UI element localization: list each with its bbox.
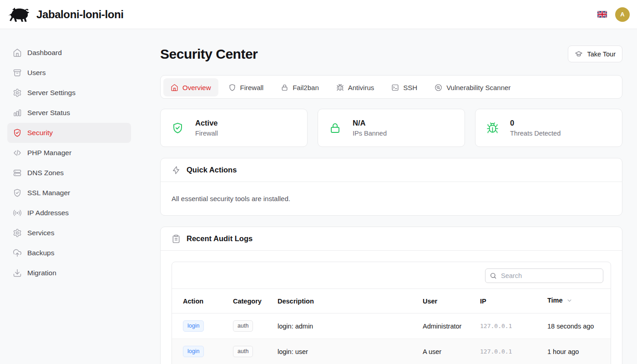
lock-icon xyxy=(329,122,341,134)
sidebar-item-label: Services xyxy=(27,229,54,237)
tab-fail2ban[interactable]: Fail2ban xyxy=(273,78,326,96)
sidebar-item-ip-addresses[interactable]: IP Addresses xyxy=(7,203,131,223)
sidebar-item-label: DNS Zones xyxy=(27,169,64,177)
terminal-icon xyxy=(391,84,399,91)
tab-label: SSH xyxy=(403,84,417,91)
take-tour-label: Take Tour xyxy=(587,51,616,58)
stat-card-threats-detected: 0Threats Detected xyxy=(475,109,622,147)
sidebar-item-services[interactable]: Services xyxy=(7,223,131,243)
gear-icon xyxy=(13,88,22,97)
search-icon xyxy=(490,272,497,279)
sidebar-item-server-status[interactable]: Server Status xyxy=(7,103,131,123)
tab-label: Antivirus xyxy=(348,84,374,91)
radio-icon xyxy=(13,208,22,217)
graduation-cap-icon xyxy=(575,50,583,58)
column-header-category[interactable]: Category xyxy=(222,289,267,313)
quick-actions-panel: Quick Actions All essential security too… xyxy=(160,158,622,216)
code-icon xyxy=(13,148,22,157)
stat-card-ips-banned: N/AIPs Banned xyxy=(318,109,465,147)
brand-name: Jabaloni-loni-loni xyxy=(36,8,123,21)
audit-table-container: ActionCategoryDescriptionUserIPTime logi… xyxy=(172,262,611,364)
sidebar-item-security[interactable]: Security xyxy=(7,123,131,143)
server-icon xyxy=(13,168,22,177)
audit-logs-title: Recent Audit Logs xyxy=(187,234,253,243)
shield-icon xyxy=(228,84,236,91)
table-row: loginauthlogin: adminAdministrator127.0.… xyxy=(172,313,611,339)
category-badge: auth xyxy=(233,346,253,357)
column-header-user[interactable]: User xyxy=(412,289,469,313)
sidebar-item-label: Backups xyxy=(27,249,54,257)
sidebar-item-backups[interactable]: Backups xyxy=(7,243,131,263)
shield-check-icon xyxy=(172,122,184,134)
tab-antivirus[interactable]: Antivirus xyxy=(329,78,382,96)
sidebar-item-migration[interactable]: Migration xyxy=(7,263,131,283)
sidebar-item-dashboard[interactable]: Dashboard xyxy=(7,43,131,63)
bar-chart-icon xyxy=(13,108,22,117)
tab-overview[interactable]: Overview xyxy=(163,78,218,96)
sidebar-item-label: Security xyxy=(27,129,53,137)
time-cell: 1 hour ago xyxy=(536,339,611,364)
stat-label: IPs Banned xyxy=(353,130,387,137)
main-content: Security Center Take Tour OverviewFirewa… xyxy=(138,29,637,364)
quick-actions-title: Quick Actions xyxy=(187,166,237,174)
description-cell: login: admin xyxy=(267,313,412,339)
sidebar-item-server-settings[interactable]: Server Settings xyxy=(7,83,131,103)
sidebar-item-php-manager[interactable]: PHP Manager xyxy=(7,143,131,163)
clipboard-icon xyxy=(172,234,181,243)
stat-label: Threats Detected xyxy=(510,130,561,137)
action-badge: login xyxy=(183,346,204,357)
user-cell: Administrator xyxy=(412,313,469,339)
shield-check-icon xyxy=(13,188,22,197)
action-badge: login xyxy=(183,320,204,332)
sidebar: DashboardUsersServer SettingsServer Stat… xyxy=(0,29,138,364)
tab-ssh[interactable]: SSH xyxy=(384,78,425,96)
sidebar-item-dns-zones[interactable]: DNS Zones xyxy=(7,163,131,183)
archive-icon xyxy=(13,68,22,77)
sidebar-item-label: PHP Manager xyxy=(27,149,71,157)
take-tour-button[interactable]: Take Tour xyxy=(568,46,622,62)
tab-firewall[interactable]: Firewall xyxy=(221,78,271,96)
status-cards: ActiveFirewallN/AIPs Banned0Threats Dete… xyxy=(160,109,622,147)
brand[interactable]: Jabaloni-loni-loni xyxy=(7,6,123,23)
cloud-upload-icon xyxy=(13,248,22,258)
stat-value: Active xyxy=(195,119,218,127)
column-header-ip[interactable]: IP xyxy=(469,289,536,313)
stat-value: 0 xyxy=(510,119,561,127)
lock-icon xyxy=(281,84,288,91)
time-cell: 18 seconds ago xyxy=(536,313,611,339)
column-header-action[interactable]: Action xyxy=(172,289,222,313)
sidebar-item-users[interactable]: Users xyxy=(7,63,131,83)
avatar[interactable]: A xyxy=(615,7,630,22)
sidebar-item-label: Server Settings xyxy=(27,89,76,97)
home-icon xyxy=(171,84,178,91)
shield-check-icon xyxy=(13,128,22,137)
stat-card-firewall: ActiveFirewall xyxy=(160,109,308,147)
topbar: Jabaloni-loni-loni A xyxy=(0,0,637,29)
gear-icon xyxy=(13,228,22,238)
audit-logs-panel: Recent Audit Logs xyxy=(160,227,622,364)
audit-table-body: loginauthlogin: adminAdministrator127.0.… xyxy=(172,313,611,364)
tab-label: Fail2ban xyxy=(293,84,319,91)
column-header-time[interactable]: Time xyxy=(536,289,611,313)
page-title: Security Center xyxy=(160,46,258,62)
home-icon xyxy=(13,48,22,57)
stat-label: Firewall xyxy=(195,130,218,137)
sidebar-item-label: SSL Manager xyxy=(27,189,70,197)
bug-icon xyxy=(336,84,344,91)
ip-cell: 127.0.0.1 xyxy=(469,339,536,364)
sidebar-item-label: Server Status xyxy=(27,109,70,117)
search-input[interactable] xyxy=(485,268,603,283)
audit-table: ActionCategoryDescriptionUserIPTime logi… xyxy=(172,288,611,364)
tab-label: Firewall xyxy=(240,84,264,91)
table-header-row: ActionCategoryDescriptionUserIPTime xyxy=(172,289,611,313)
download-icon xyxy=(13,268,22,278)
tab-vulnerability-scanner[interactable]: Vulnerability Scanner xyxy=(427,78,518,96)
scan-search-icon xyxy=(435,84,442,91)
language-flag-icon[interactable] xyxy=(597,11,607,18)
sidebar-item-ssl-manager[interactable]: SSL Manager xyxy=(7,183,131,203)
column-header-description[interactable]: Description xyxy=(267,289,412,313)
quick-actions-message: All essential security tools are install… xyxy=(161,182,622,215)
tab-label: Overview xyxy=(182,84,211,91)
boar-logo-icon xyxy=(7,6,30,23)
sidebar-item-label: IP Addresses xyxy=(27,209,69,217)
